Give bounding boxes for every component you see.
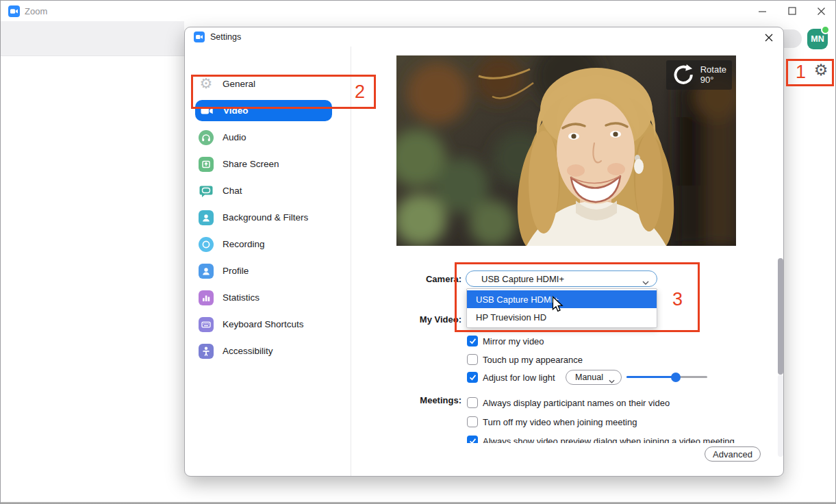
zoom-app-icon: [8, 5, 20, 17]
chevron-down-icon: [642, 277, 649, 287]
display-participant-names-checkbox[interactable]: [467, 397, 478, 408]
presence-dot: [821, 25, 830, 34]
camera-label: Camera:: [344, 273, 461, 286]
maximize-button[interactable]: [779, 1, 805, 21]
meetings-label: Meetings:: [344, 394, 461, 407]
annotation-number-3: 3: [672, 290, 683, 309]
camera-preview-image: Rotate 90°: [396, 55, 736, 246]
adjust-low-light-row: Adjust for low light: [467, 372, 555, 383]
slider-handle[interactable]: [671, 373, 681, 382]
sidebar-item-chat[interactable]: Chat: [185, 177, 351, 204]
touch-up-appearance-checkbox[interactable]: [467, 354, 478, 365]
chevron-down-icon: [609, 376, 615, 386]
rotate-90-button[interactable]: Rotate 90°: [666, 60, 732, 90]
bar-chart-icon: [199, 290, 214, 305]
main-toolbar-strip: [1, 21, 184, 56]
touch-up-appearance-row: Touch up my appearance: [467, 354, 583, 365]
keyboard-icon: [199, 317, 214, 332]
share-screen-icon: [199, 157, 214, 172]
camera-select[interactable]: USB Capture HDMI+: [466, 270, 657, 287]
person-icon: [199, 264, 214, 279]
sidebar-item-statistics[interactable]: Statistics: [185, 284, 351, 311]
settings-titlebar: Settings: [185, 27, 783, 47]
record-ring-icon: [199, 237, 214, 252]
video-preview-dialog-row: Always show video preview dialog when jo…: [467, 436, 735, 443]
headset-icon: [199, 130, 214, 145]
sidebar-item-share-screen[interactable]: Share Screen: [185, 151, 351, 177]
settings-dialog-icon: [194, 32, 205, 42]
person-background-icon: [199, 210, 214, 225]
my-video-label: My Video:: [344, 313, 461, 327]
settings-close-icon[interactable]: [761, 30, 777, 45]
chat-bubble-icon: [199, 184, 214, 199]
video-camera-icon: [199, 103, 214, 118]
minimize-button[interactable]: [749, 1, 775, 21]
zoom-main-window: Zoom MN ⚙ 1 Settings ⚙: [0, 0, 836, 504]
close-window-button[interactable]: [808, 1, 834, 21]
video-preview-dialog-checkbox[interactable]: [467, 436, 478, 443]
sidebar-item-background-filters[interactable]: Background & Filters: [185, 204, 351, 231]
sidebar-item-keyboard-shortcuts[interactable]: Keyboard Shortcuts: [185, 311, 351, 338]
turn-off-video-row: Turn off my video when joining meeting: [467, 416, 637, 427]
sidebar-item-accessibility[interactable]: Accessibility: [185, 338, 351, 364]
low-light-mode-select[interactable]: Manual: [566, 370, 622, 385]
window-title: Zoom: [25, 6, 47, 16]
display-participant-names-row: Always display participant names on thei…: [467, 397, 670, 408]
sidebar-item-general[interactable]: ⚙ General: [185, 71, 351, 97]
slider-fill: [626, 376, 676, 378]
annotation-number-2: 2: [355, 83, 365, 101]
advanced-button[interactable]: Advanced: [705, 446, 761, 462]
low-light-slider[interactable]: [626, 376, 707, 378]
mirror-my-video-row: Mirror my video: [467, 336, 544, 346]
main-titlebar: Zoom: [1, 1, 835, 21]
accessibility-icon: [199, 344, 214, 359]
annotation-number-1: 1: [796, 63, 806, 81]
sidebar-item-video[interactable]: Video: [195, 100, 332, 121]
mirror-my-video-checkbox[interactable]: [467, 336, 478, 346]
gear-icon: ⚙: [199, 77, 214, 92]
sidebar-item-audio[interactable]: Audio: [185, 124, 351, 151]
settings-sidebar: ⚙ General Video Audio Share Screen: [185, 47, 351, 477]
adjust-low-light-checkbox[interactable]: [467, 372, 478, 383]
settings-dialog: Settings ⚙ General Video Audio: [184, 27, 784, 477]
scrollbar-thumb[interactable]: [778, 258, 783, 375]
scrollbar-track[interactable]: [778, 375, 783, 457]
settings-dialog-title: Settings: [210, 32, 241, 42]
video-preview-dialog-row-clipped: Always show video preview dialog when jo…: [461, 431, 783, 443]
sidebar-item-profile[interactable]: Profile: [185, 257, 351, 284]
sidebar-item-recording[interactable]: Recording: [185, 231, 351, 257]
rotate-ccw-icon: [671, 62, 696, 87]
settings-gear-button[interactable]: ⚙: [811, 60, 831, 79]
mouse-cursor: [552, 296, 563, 315]
turn-off-video-checkbox[interactable]: [467, 416, 478, 427]
